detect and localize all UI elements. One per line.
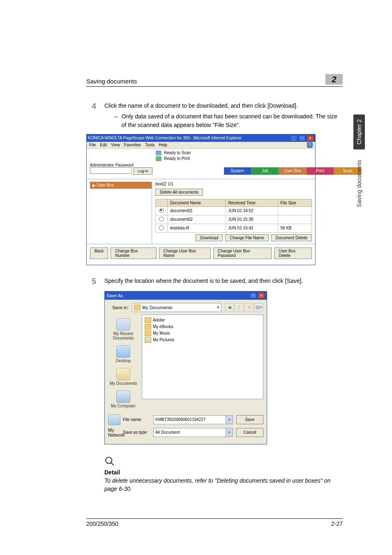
folder-name: My eBooks	[153, 324, 173, 329]
side-tab-section: Saving documents	[353, 155, 365, 212]
save-in-value: My Documents	[142, 305, 172, 310]
cell-size: 58 KB	[278, 224, 312, 232]
cancel-button[interactable]: Cancel	[236, 428, 263, 437]
recent-icon	[116, 318, 130, 331]
radio-icon[interactable]	[159, 208, 164, 213]
tab-job[interactable]: Job	[251, 167, 279, 175]
list-item[interactable]: My Pictures	[145, 337, 261, 343]
back-icon[interactable]: ◀	[225, 303, 234, 312]
change-box-number-button[interactable]: Change Box Number	[111, 247, 157, 259]
list-item[interactable]: My eBooks	[145, 324, 261, 330]
radio-icon[interactable]	[159, 225, 164, 230]
new-folder-icon[interactable]: ✳	[244, 303, 254, 312]
step-number: 4	[86, 102, 96, 129]
place-my-computer[interactable]: My Computer	[106, 388, 140, 410]
tab-user-box[interactable]: User Box	[279, 167, 307, 175]
chapter-badge: 2	[325, 74, 343, 85]
browser-titlebar: KONICA MINOLTA PageScope Web Connection …	[87, 134, 315, 142]
browser-menubar: File Edit View Favorites Tools Help	[87, 142, 315, 149]
admin-password-input[interactable]	[90, 167, 132, 174]
detail-heading: Detail	[104, 469, 343, 476]
page-header: Saving documents 2	[86, 74, 343, 87]
status-row: Ready to Scan	[156, 150, 312, 155]
documents-icon	[116, 368, 130, 380]
footer-right: 2-27	[331, 520, 343, 527]
save-type-value: All Document	[155, 430, 180, 435]
user-box-delete-button[interactable]: User Box Delete	[274, 247, 312, 259]
sidebar-user-box[interactable]: ▶ User Box	[90, 182, 152, 189]
status-scan: Ready to Scan	[164, 150, 191, 155]
login-button[interactable]: Log-in	[134, 167, 152, 175]
place-desktop[interactable]: Desktop	[106, 343, 140, 365]
step-4-text: Click the name of a document to be downl…	[104, 102, 298, 109]
change-user-box-name-button[interactable]: Change User Box Name	[159, 247, 211, 259]
printer-icon	[156, 156, 161, 161]
close-icon[interactable]: ✕	[307, 135, 314, 141]
status-print: Ready to Print	[164, 156, 190, 161]
place-my-documents[interactable]: My Documents	[106, 366, 140, 388]
download-button[interactable]: Download	[196, 234, 223, 241]
step-5-text: Specify the location where the document …	[104, 278, 303, 284]
place-my-network-label[interactable]: My Network	[108, 428, 120, 437]
svg-line-1	[111, 462, 114, 465]
chevron-down-icon[interactable]: ▾	[226, 416, 233, 424]
dash-icon: –	[114, 112, 118, 129]
place-label: My Recent Documents	[113, 331, 134, 340]
menu-favorites[interactable]: Favorites	[124, 143, 141, 147]
folder-name: My Music	[153, 331, 170, 335]
file-list[interactable]: Adobe My eBooks My Music My Pictures	[142, 314, 263, 399]
help-icon[interactable]: ?	[249, 292, 257, 299]
dialog-title: Save As	[106, 293, 123, 298]
minimize-icon[interactable]: _	[290, 135, 297, 141]
table-row[interactable]: testdata.tif JUN 01 15:42 58 KB	[156, 224, 312, 232]
list-item[interactable]: My Music	[145, 331, 261, 336]
list-item[interactable]: Adobe	[145, 317, 261, 323]
file-name-field[interactable]: KMBT35020060601154227 ▾	[153, 415, 233, 424]
cell-size	[278, 215, 312, 224]
document-delete-button[interactable]: Document Delete	[271, 234, 312, 241]
save-in-combo[interactable]: My Documents ▾	[132, 303, 221, 312]
back-button[interactable]: Back	[90, 247, 108, 259]
save-button[interactable]: Save	[236, 415, 263, 424]
cell-doc-name[interactable]: document02	[168, 215, 226, 224]
place-recent[interactable]: My Recent Documents	[106, 316, 140, 342]
tab-system[interactable]: System	[224, 167, 251, 175]
status-row-2: Ready to Print	[156, 156, 312, 161]
save-as-type-field[interactable]: All Document ▾	[153, 428, 233, 437]
folder-icon	[145, 317, 151, 323]
detail-text: To delete unnecessary documents, refer t…	[104, 476, 343, 493]
menu-help[interactable]: Help	[159, 143, 167, 147]
box-label: box02 1/1	[155, 182, 312, 186]
cell-doc-name[interactable]: document01	[168, 206, 226, 215]
step-4-sub: Only data saved of a document that has b…	[122, 112, 343, 129]
close-icon[interactable]: ✕	[258, 292, 265, 299]
menu-edit[interactable]: Edit	[100, 143, 107, 147]
tab-print[interactable]: Print	[307, 167, 334, 175]
radio-icon[interactable]	[159, 217, 164, 222]
table-row[interactable]: document02 JUN 01 15:38	[156, 215, 312, 224]
table-row[interactable]: document01 JUN 01 14:52	[156, 206, 312, 215]
page-footer: 200/250/350 2-27	[86, 518, 343, 527]
col-file-size: File Size	[278, 199, 312, 206]
menu-file[interactable]: File	[89, 143, 96, 147]
change-user-box-password-button[interactable]: Change User Box Password	[213, 247, 272, 259]
computer-icon	[116, 391, 130, 403]
ie-logo-icon	[307, 142, 313, 148]
cell-size	[278, 206, 312, 215]
views-icon[interactable]: ▥▾	[254, 303, 263, 312]
file-name-label: File name:	[123, 417, 150, 422]
chevron-down-icon[interactable]: ▾	[226, 428, 233, 437]
up-icon[interactable]: ⤴	[235, 303, 244, 312]
delete-all-button[interactable]: Delete All documents	[155, 189, 203, 196]
change-file-name-button[interactable]: Change File Name	[225, 234, 268, 241]
menu-tools[interactable]: Tools	[145, 143, 154, 147]
menu-view[interactable]: View	[111, 143, 120, 147]
admin-password-label: Administrator Password	[90, 163, 152, 167]
scanner-icon	[156, 150, 161, 155]
folder-icon	[145, 331, 151, 336]
step-5: 5 Specify the location where the documen…	[86, 277, 343, 286]
cell-doc-name[interactable]: testdata.tif	[168, 224, 226, 232]
step-4: 4 Click the name of a document to be dow…	[86, 102, 343, 129]
maximize-icon[interactable]: □	[298, 135, 306, 141]
desktop-icon	[116, 345, 130, 358]
